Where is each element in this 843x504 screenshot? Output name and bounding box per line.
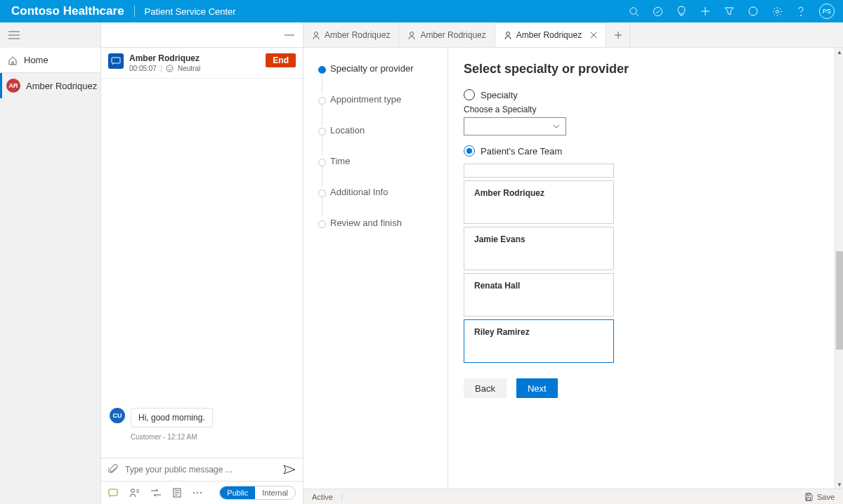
svg-rect-18 xyxy=(109,489,117,496)
app-title: Patient Service Center xyxy=(145,6,236,17)
step-appointment-type[interactable]: Appointment type xyxy=(316,94,439,125)
visibility-toggle: Public Internal xyxy=(219,486,296,500)
svg-point-6 xyxy=(749,7,757,15)
chat-channel-icon xyxy=(108,53,124,69)
filter-icon[interactable] xyxy=(724,6,735,17)
care-team-list: Amber Rodriquez Jamie Evans Renata Hall … xyxy=(464,164,614,363)
scroll-up-icon[interactable]: ▲ xyxy=(835,48,843,56)
save-button[interactable]: Save xyxy=(804,493,843,501)
gear-icon[interactable] xyxy=(771,6,783,17)
end-chat-button[interactable]: End xyxy=(266,53,296,67)
global-header: Contoso Healthcare Patient Service Cente… xyxy=(0,0,843,22)
svg-point-2 xyxy=(653,7,662,15)
form-area: Select specialty or provider Specialty C… xyxy=(448,48,835,489)
left-rail: Home AR Amber Rodriquez xyxy=(0,22,101,504)
chat-timer: 00:05:07 xyxy=(129,65,157,72)
tab-0[interactable]: Amber Rodriquez xyxy=(303,22,399,47)
tab-1[interactable]: Amber Rodriquez xyxy=(399,22,495,47)
new-tab-button[interactable] xyxy=(606,22,630,47)
step-review[interactable]: Review and finish xyxy=(316,218,439,248)
chat-contact-name: Amber Rodriquez xyxy=(129,53,200,63)
svg-point-25 xyxy=(197,492,198,493)
care-team-card[interactable]: Jamie Evans xyxy=(464,227,614,270)
svg-point-27 xyxy=(315,32,318,35)
plus-icon[interactable] xyxy=(700,6,711,17)
send-icon[interactable] xyxy=(283,465,296,475)
care-team-card[interactable]: Amber Rodriquez xyxy=(464,180,614,224)
chat-toolbar: Public Internal xyxy=(101,481,303,504)
message-bubble: Hi, good morning. xyxy=(131,408,213,427)
care-team-card-blank[interactable] xyxy=(464,164,614,178)
help-icon[interactable] xyxy=(795,6,806,17)
brand-title: Contoso Healthcare xyxy=(11,4,124,18)
svg-point-7 xyxy=(776,10,778,13)
pill-public[interactable]: Public xyxy=(220,486,255,499)
tab-label: Amber Rodriquez xyxy=(420,30,485,40)
svg-point-29 xyxy=(506,32,509,36)
close-tab-icon[interactable] xyxy=(590,32,597,39)
tab-label: Amber Rodriquez xyxy=(516,30,582,40)
chat-minimize[interactable] xyxy=(101,22,303,48)
save-icon xyxy=(804,493,813,501)
tab-strip: Amber Rodriquez Amber Rodriquez Amber Ro… xyxy=(303,22,843,48)
step-additional-info[interactable]: Additional Info xyxy=(316,187,439,218)
care-team-card[interactable]: Riley Ramirez xyxy=(464,319,614,363)
status-bar: Active Save xyxy=(303,489,843,504)
svg-point-14 xyxy=(166,65,173,72)
consult-icon[interactable] xyxy=(129,488,139,498)
chat-panel: Amber Rodriquez 00:05:07 Neutral End CU … xyxy=(101,22,303,504)
chat-header: Amber Rodriquez 00:05:07 Neutral End xyxy=(101,48,303,79)
search-icon[interactable] xyxy=(628,6,639,17)
step-specialty[interactable]: Specialty or provider xyxy=(316,63,439,94)
svg-point-16 xyxy=(171,67,171,68)
user-avatar[interactable]: PS xyxy=(819,4,835,19)
compose-row xyxy=(101,458,303,481)
form-title: Select specialty or provider xyxy=(464,62,821,77)
main-region: Amber Rodriquez Amber Rodriquez Amber Ro… xyxy=(303,22,843,504)
lightbulb-icon[interactable] xyxy=(676,6,687,17)
transfer-icon[interactable] xyxy=(150,489,162,497)
task-icon[interactable] xyxy=(652,6,663,17)
tab-label: Amber Rodriquez xyxy=(325,30,390,40)
nav-home[interactable]: Home xyxy=(0,48,100,73)
specialty-select[interactable] xyxy=(464,117,566,135)
header-actions: PS xyxy=(628,4,835,19)
scrollbar[interactable]: ▲ ▼ xyxy=(835,48,843,489)
circle-icon[interactable] xyxy=(747,6,759,17)
sentiment-icon xyxy=(166,65,174,72)
radio-specialty[interactable] xyxy=(464,89,475,100)
home-icon xyxy=(7,55,18,66)
chat-sentiment: Neutral xyxy=(178,65,200,72)
compose-input[interactable] xyxy=(125,465,276,475)
person-icon xyxy=(407,31,416,39)
radio-specialty-label: Specialty xyxy=(481,90,518,100)
svg-rect-35 xyxy=(806,498,810,500)
person-icon xyxy=(312,31,320,39)
step-time[interactable]: Time xyxy=(316,156,439,187)
tab-2[interactable]: Amber Rodriquez xyxy=(495,22,606,47)
chat-transcript: CU Hi, good morning. Customer - 12:12 AM xyxy=(101,79,303,458)
attachment-icon[interactable] xyxy=(108,464,118,475)
nav-contact-label: Amber Rodriquez xyxy=(26,81,97,91)
person-icon xyxy=(504,31,512,39)
step-location[interactable]: Location xyxy=(316,125,439,156)
scroll-down-icon[interactable]: ▼ xyxy=(835,480,843,489)
nav-contact[interactable]: AR Amber Rodriquez xyxy=(0,73,100,98)
svg-point-8 xyxy=(801,15,802,15)
svg-point-0 xyxy=(629,7,636,13)
scroll-thumb[interactable] xyxy=(836,251,843,350)
care-team-card[interactable]: Renata Hall xyxy=(464,273,614,317)
svg-rect-34 xyxy=(807,493,810,496)
more-icon[interactable] xyxy=(192,491,202,494)
quick-replies-icon[interactable] xyxy=(108,488,118,498)
pill-internal[interactable]: Internal xyxy=(255,486,295,499)
next-button[interactable]: Next xyxy=(516,378,558,398)
back-button[interactable]: Back xyxy=(464,378,507,398)
message-meta: Customer - 12:12 AM xyxy=(131,433,294,441)
notes-icon[interactable] xyxy=(173,488,181,498)
radio-care-team[interactable] xyxy=(464,145,475,157)
hamburger-button[interactable] xyxy=(0,22,100,48)
nav-home-label: Home xyxy=(24,55,48,65)
chevron-down-icon xyxy=(553,124,560,128)
message-avatar: CU xyxy=(110,408,125,423)
